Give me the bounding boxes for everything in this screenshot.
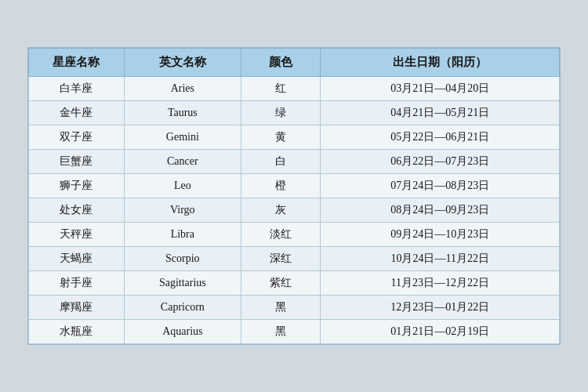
zodiac-table-container: 星座名称 英文名称 颜色 出生日期（阳历） 白羊座Aries红03月21日—04…: [27, 47, 561, 345]
cell-english: Scorpio: [124, 247, 241, 271]
cell-english: Virgo: [124, 198, 241, 223]
cell-english: Taurus: [124, 101, 241, 125]
cell-chinese: 摩羯座: [29, 296, 125, 320]
table-header-row: 星座名称 英文名称 颜色 出生日期（阳历）: [29, 49, 560, 77]
table-row: 处女座Virgo灰08月24日—09月23日: [29, 198, 560, 223]
cell-english: Gemini: [124, 125, 241, 150]
cell-date: 07月24日—08月23日: [321, 174, 560, 198]
cell-date: 10月24日—11月22日: [321, 247, 560, 271]
cell-color: 灰: [241, 198, 321, 223]
cell-chinese: 金牛座: [29, 101, 125, 125]
cell-color: 深红: [241, 247, 321, 271]
cell-color: 黑: [241, 296, 321, 320]
cell-date: 11月23日—12月22日: [321, 271, 560, 296]
header-chinese: 星座名称: [29, 49, 125, 77]
cell-date: 05月22日—06月21日: [321, 125, 560, 150]
cell-color: 紫红: [241, 271, 321, 296]
table-row: 双子座Gemini黄05月22日—06月21日: [29, 125, 560, 150]
cell-color: 黑: [241, 320, 321, 344]
cell-color: 淡红: [241, 223, 321, 247]
cell-english: Cancer: [124, 150, 241, 174]
header-date: 出生日期（阳历）: [321, 49, 560, 77]
cell-chinese: 天秤座: [29, 223, 125, 247]
cell-date: 01月21日—02月19日: [321, 320, 560, 344]
cell-date: 03月21日—04月20日: [321, 77, 560, 101]
header-english: 英文名称: [124, 49, 241, 77]
table-row: 射手座Sagittarius紫红11月23日—12月22日: [29, 271, 560, 296]
cell-color: 绿: [241, 101, 321, 125]
table-row: 水瓶座Aquarius黑01月21日—02月19日: [29, 320, 560, 344]
cell-english: Aquarius: [124, 320, 241, 344]
cell-english: Leo: [124, 174, 241, 198]
cell-color: 白: [241, 150, 321, 174]
cell-chinese: 巨蟹座: [29, 150, 125, 174]
cell-color: 橙: [241, 174, 321, 198]
cell-color: 红: [241, 77, 321, 101]
cell-color: 黄: [241, 125, 321, 150]
table-row: 巨蟹座Cancer白06月22日—07月23日: [29, 150, 560, 174]
table-row: 摩羯座Capricorn黑12月23日—01月22日: [29, 296, 560, 320]
table-row: 天蝎座Scorpio深红10月24日—11月22日: [29, 247, 560, 271]
table-row: 天秤座Libra淡红09月24日—10月23日: [29, 223, 560, 247]
cell-chinese: 白羊座: [29, 77, 125, 101]
cell-english: Aries: [124, 77, 241, 101]
cell-date: 12月23日—01月22日: [321, 296, 560, 320]
cell-english: Libra: [124, 223, 241, 247]
cell-date: 09月24日—10月23日: [321, 223, 560, 247]
cell-date: 04月21日—05月21日: [321, 101, 560, 125]
table-row: 狮子座Leo橙07月24日—08月23日: [29, 174, 560, 198]
cell-chinese: 狮子座: [29, 174, 125, 198]
cell-chinese: 射手座: [29, 271, 125, 296]
table-row: 白羊座Aries红03月21日—04月20日: [29, 77, 560, 101]
cell-english: Capricorn: [124, 296, 241, 320]
header-color: 颜色: [241, 49, 321, 77]
cell-chinese: 水瓶座: [29, 320, 125, 344]
cell-english: Sagittarius: [124, 271, 241, 296]
cell-chinese: 处女座: [29, 198, 125, 223]
cell-date: 08月24日—09月23日: [321, 198, 560, 223]
table-row: 金牛座Taurus绿04月21日—05月21日: [29, 101, 560, 125]
cell-date: 06月22日—07月23日: [321, 150, 560, 174]
cell-chinese: 双子座: [29, 125, 125, 150]
zodiac-table: 星座名称 英文名称 颜色 出生日期（阳历） 白羊座Aries红03月21日—04…: [28, 48, 560, 344]
cell-chinese: 天蝎座: [29, 247, 125, 271]
